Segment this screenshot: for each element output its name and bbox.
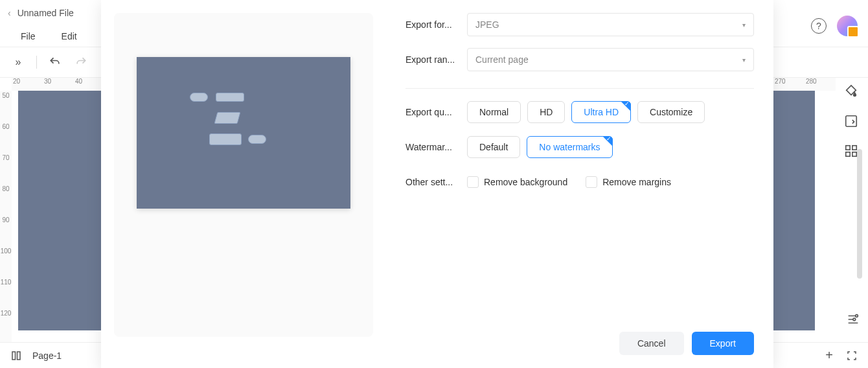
svg-rect-4 [852,152,856,156]
range-label: Export ran... [405,54,467,65]
page-label[interactable]: Page-1 [32,351,62,361]
add-page-icon[interactable]: + [825,348,833,363]
menu-edit[interactable]: Edit [62,31,77,41]
scrollbar[interactable] [857,149,862,279]
preview-canvas [137,57,350,209]
range-select[interactable]: Current page▾ [467,48,754,71]
chevron-down-icon: ▾ [742,21,746,29]
svg-rect-1 [846,146,850,150]
watermark-none[interactable]: No watermarks [527,136,612,158]
preview-area [114,13,373,337]
other-settings-label: Other sett... [405,177,467,187]
quality-label: Export qu... [405,107,467,117]
svg-rect-3 [846,152,850,156]
svg-rect-2 [852,146,856,150]
fullscreen-icon[interactable] [846,350,858,362]
pages-icon[interactable] [10,350,22,362]
watermark-label: Watermar... [405,142,467,152]
expand-icon[interactable]: » [10,54,26,70]
undo-icon[interactable] [47,54,63,70]
quality-normal[interactable]: Normal [467,101,521,123]
svg-rect-8 [17,352,21,360]
svg-point-6 [853,318,856,321]
svg-rect-0 [846,116,857,127]
settings-panel-icon[interactable] [844,114,858,128]
watermark-default[interactable]: Default [467,136,520,158]
help-icon[interactable]: ? [811,18,827,34]
right-sidebar [839,84,863,158]
paint-bucket-icon[interactable] [844,84,858,98]
quality-hd[interactable]: HD [527,101,565,123]
filename: Unnamed File [17,8,74,18]
cancel-button[interactable]: Cancel [619,332,684,355]
format-label: Export for... [405,19,467,30]
format-select[interactable]: JPEG▾ [467,13,754,36]
grid-icon[interactable] [844,144,858,158]
ruler-vertical: 5060708090100110120 [0,91,12,342]
remove-background-checkbox[interactable]: Remove background [467,176,567,188]
filter-settings-icon[interactable] [846,312,860,327]
export-dialog: Export for... JPEG▾ Export ran... Curren… [101,0,773,368]
redo-icon[interactable] [73,54,89,70]
svg-point-5 [856,315,858,317]
quality-customize[interactable]: Customize [637,101,705,123]
back-chevron-icon[interactable]: ‹ [8,8,11,18]
menu-file[interactable]: File [21,31,36,41]
chevron-down-icon: ▾ [742,56,746,63]
svg-rect-7 [12,352,16,360]
avatar[interactable] [837,16,858,36]
export-button[interactable]: Export [692,332,754,355]
remove-margins-checkbox[interactable]: Remove margins [586,176,671,188]
quality-ultra-hd[interactable]: Ultra HD [571,101,631,123]
